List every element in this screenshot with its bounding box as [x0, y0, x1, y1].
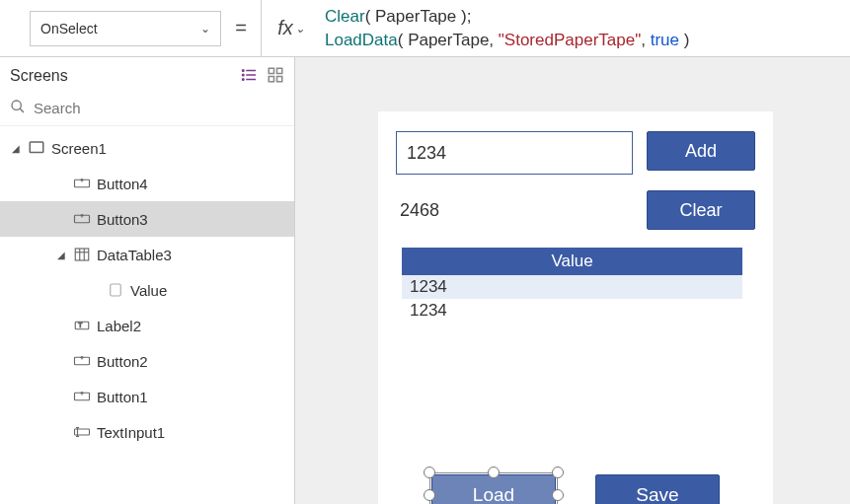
tree-item-screen1[interactable]: ◢Screen1	[0, 130, 294, 166]
svg-rect-6	[269, 68, 273, 73]
search-icon	[10, 99, 26, 117]
app-screen: 1234 Add 2468 Clear Value 12341234	[378, 111, 773, 504]
svg-rect-12	[30, 142, 43, 153]
grid-view-icon[interactable]	[267, 66, 284, 87]
table-row[interactable]: 1234	[402, 275, 742, 299]
tree-item-label2[interactable]: TLabel2	[0, 308, 294, 343]
screens-panel: Screens ◢Screen1Button4Button3◢DataTable…	[0, 57, 295, 504]
formula-bar: OnSelect ⌄ = fx ⌄ Clear( PaperTape ); Lo…	[0, 0, 850, 57]
table-row[interactable]: 1234	[402, 299, 742, 323]
svg-rect-19	[111, 284, 121, 296]
svg-rect-8	[269, 76, 273, 81]
save-button[interactable]: Save	[595, 474, 720, 504]
search-input[interactable]	[34, 100, 284, 116]
screens-title: Screens	[10, 67, 68, 85]
property-dropdown[interactable]: OnSelect ⌄	[30, 11, 221, 46]
chevron-down-icon: ⌄	[200, 22, 210, 36]
formula-input[interactable]: Clear( PaperTape ); LoadData( PaperTape,…	[321, 0, 850, 57]
canvas-area[interactable]: 1234 Add 2468 Clear Value 12341234	[295, 57, 850, 504]
sum-label: 2468	[396, 200, 633, 221]
tree-item-label: Screen1	[51, 140, 107, 157]
tree-item-button3[interactable]: Button3	[0, 201, 294, 237]
tree-item-button1[interactable]: Button1	[0, 379, 294, 414]
column-icon	[107, 281, 124, 299]
tree-item-button4[interactable]: Button4	[0, 166, 294, 201]
clear-button[interactable]: Clear	[647, 190, 755, 230]
tree-item-label: Button3	[97, 211, 148, 228]
svg-rect-9	[277, 76, 282, 81]
tree-item-button2[interactable]: Button2	[0, 343, 294, 379]
button-icon	[73, 388, 91, 405]
data-table[interactable]: Value 12341234	[402, 248, 742, 323]
button-icon	[73, 210, 91, 228]
add-button[interactable]: Add	[647, 131, 755, 171]
tree-item-textinput1[interactable]: TextInput1	[0, 414, 294, 450]
tree-item-label: DataTable3	[97, 247, 172, 263]
svg-rect-24	[75, 429, 90, 435]
tree-item-label: Button1	[97, 389, 148, 405]
tree-view: ◢Screen1Button4Button3◢DataTable3ValueTL…	[0, 126, 294, 504]
svg-rect-7	[277, 68, 282, 73]
tree-item-datatable3[interactable]: ◢DataTable3	[0, 237, 294, 272]
formula-input-container: fx ⌄ Clear( PaperTape ); LoadData( Paper…	[261, 0, 850, 57]
tree-item-label: Value	[130, 282, 167, 299]
svg-point-5	[243, 78, 245, 80]
svg-point-10	[12, 101, 21, 109]
chevron-down-icon[interactable]: ◢	[10, 143, 22, 154]
equals-label: =	[221, 17, 261, 39]
textinput-icon	[73, 423, 91, 441]
number-input[interactable]: 1234	[396, 131, 633, 175]
tree-item-label: Button2	[97, 353, 148, 370]
svg-point-4	[243, 74, 245, 76]
chevron-down-icon: ⌄	[295, 22, 305, 36]
chevron-down-icon[interactable]: ◢	[55, 250, 67, 260]
list-view-icon[interactable]	[241, 66, 259, 87]
tree-item-label: Label2	[97, 318, 141, 334]
fx-icon[interactable]: fx ⌄	[262, 17, 321, 39]
selected-control[interactable]: Load	[431, 474, 556, 504]
screen-icon	[28, 139, 45, 157]
button-icon	[73, 175, 91, 192]
load-button[interactable]: Load	[431, 474, 556, 504]
property-dropdown-label: OnSelect	[40, 21, 98, 36]
svg-rect-15	[75, 249, 89, 260]
button-icon	[73, 352, 91, 370]
tree-item-label: Button4	[97, 176, 148, 192]
svg-point-3	[243, 69, 245, 71]
tree-item-label: TextInput1	[97, 424, 165, 441]
svg-line-11	[20, 108, 24, 112]
tree-item-value[interactable]: Value	[0, 272, 294, 308]
datatable-header: Value	[402, 248, 742, 275]
datatable-icon	[73, 246, 91, 263]
label-icon: T	[73, 317, 91, 334]
svg-text:T: T	[78, 322, 82, 328]
